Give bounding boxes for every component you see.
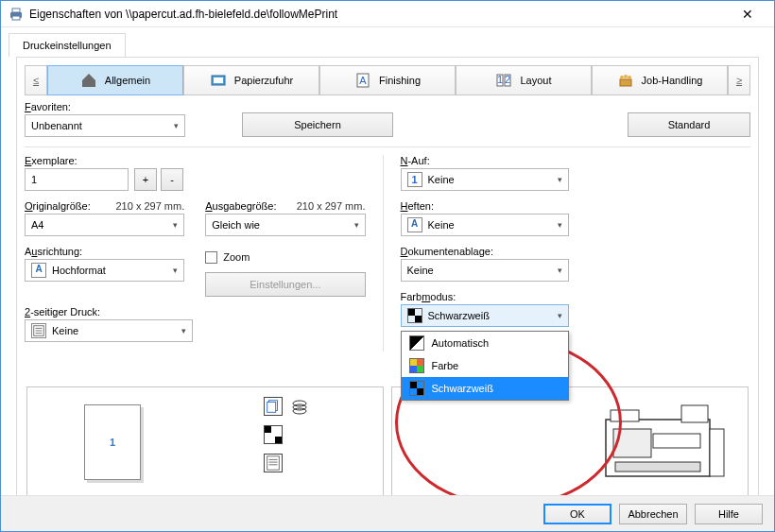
tab-allgemein[interactable]: Allgemein [47, 65, 183, 95]
svg-rect-33 [615, 462, 700, 472]
outputsize-hint: 210 x 297 mm. [297, 200, 366, 212]
tab-druckeinstellungen[interactable]: Druckeinstellungen [9, 33, 126, 57]
originalsize-hint: 210 x 297 mm. [115, 200, 184, 212]
color-icon [409, 358, 424, 373]
farbmodus-option-automatisch[interactable]: Automatisch [402, 332, 568, 354]
svg-point-13 [624, 75, 628, 78]
svg-rect-32 [653, 434, 700, 448]
preview-icon-lines [264, 454, 283, 472]
preview-icon-stack [264, 397, 283, 416]
preview-page-panel: 1 [26, 386, 384, 498]
nauf-icon: 1 [407, 172, 422, 187]
nauf-select[interactable]: 1Keine ▾ [401, 168, 569, 191]
svg-rect-30 [681, 405, 708, 422]
copies-plus-button[interactable]: + [134, 168, 157, 191]
svg-rect-34 [710, 429, 724, 476]
chevron-down-icon: ▾ [354, 220, 359, 230]
close-button[interactable]: ✕ [729, 2, 766, 26]
svg-point-12 [620, 76, 624, 79]
heften-select[interactable]: AKeine ▾ [401, 214, 569, 236]
chevron-down-icon: ▾ [558, 220, 562, 230]
chevron-down-icon: ▾ [181, 326, 186, 335]
chevron-down-icon: ▾ [558, 266, 562, 275]
duplex-label: 2-seitiger Druck: [25, 306, 193, 317]
svg-rect-24 [267, 456, 280, 470]
tab-finishing[interactable]: A Finishing [319, 65, 456, 95]
svg-rect-11 [620, 79, 631, 86]
window-title: Eigenschaften von \\papercut.ad.fh-biele… [29, 8, 729, 21]
outputsize-select[interactable]: Gleich wie▾ [205, 214, 365, 236]
preview-icon-stack2 [290, 397, 309, 416]
preview-mode-icons [264, 397, 309, 472]
svg-rect-31 [613, 429, 651, 457]
nauf-label: N-Auf: [401, 155, 569, 166]
tab-papierzufuhr[interactable]: Papierzufuhr [183, 65, 319, 95]
svg-text:2: 2 [505, 74, 510, 85]
duplex-select[interactable]: Keine ▾ [25, 319, 193, 342]
auto-color-icon [409, 335, 424, 351]
portrait-icon: A [31, 263, 46, 278]
dialog-footer: OK Abbrechen Hilfe [1, 495, 774, 531]
zoom-settings-button: Einstellungen... [205, 272, 365, 297]
titlebar: Eigenschaften von \\papercut.ad.fh-biele… [1, 1, 774, 27]
chevron-down-icon: ▾ [173, 220, 178, 230]
heften-label: Heften: [401, 200, 569, 212]
favorites-select[interactable]: Unbenannt ▾ [25, 114, 185, 137]
duplex-none-icon [31, 323, 46, 338]
svg-rect-1 [12, 9, 20, 12]
originalsize-select[interactable]: A4▾ [25, 214, 184, 236]
bw-icon [409, 381, 424, 396]
tab-label: Papierzufuhr [234, 75, 293, 86]
svg-point-23 [293, 408, 306, 414]
orientation-label: Ausrichtung: [25, 246, 184, 257]
orientation-select[interactable]: AHochformat ▾ [25, 259, 184, 282]
favorites-label: Favoriten: [25, 101, 185, 112]
bw-icon [407, 308, 422, 323]
tab-layout[interactable]: 12 Layout [456, 65, 592, 95]
tab-content: ≤ Allgemein Papierzufuhr A Finishing 12 … [16, 57, 759, 508]
nav-prev[interactable]: ≤ [25, 65, 47, 95]
preview-printer-panel [391, 386, 749, 498]
farbmodus-option-schwarzweiss[interactable]: Schwarzweiß [402, 377, 568, 400]
tray-icon [210, 72, 227, 89]
help-button[interactable]: Hilfe [695, 504, 763, 524]
dialog-window: Eigenschaften von \\papercut.ad.fh-biele… [0, 0, 775, 532]
ok-button[interactable]: OK [543, 504, 611, 524]
farbmodus-select[interactable]: Schwarzweiß ▾ [401, 304, 569, 327]
svg-rect-20 [267, 403, 276, 413]
save-favorites-button[interactable]: Speichern [242, 112, 393, 137]
preview-row: 1 [26, 386, 749, 498]
standard-button[interactable]: Standard [628, 112, 750, 137]
copies-label: Exemplare: [25, 155, 366, 166]
tab-label: Job-Handling [642, 75, 703, 86]
farbmodus-label: Farbmodus: [401, 291, 569, 302]
category-tabs: ≤ Allgemein Papierzufuhr A Finishing 12 … [25, 65, 750, 95]
tab-label: Layout [520, 75, 551, 86]
chevron-down-icon: ▾ [558, 175, 562, 184]
favorites-value: Unbenannt [31, 120, 82, 131]
tab-job-handling[interactable]: Job-Handling [592, 65, 728, 95]
svg-point-14 [628, 76, 631, 79]
layout-icon: 12 [495, 72, 512, 89]
copies-input[interactable]: 1 [25, 168, 129, 191]
farbmodus-dropdown: Automatisch Farbe Schwarzweiß [401, 331, 569, 401]
ablage-select[interactable]: Keine ▾ [401, 259, 569, 282]
svg-rect-29 [611, 410, 639, 421]
chevron-down-icon: ▾ [558, 311, 562, 320]
staple-icon: A [407, 217, 422, 232]
copies-minus-button[interactable]: - [161, 168, 183, 191]
zoom-label: Zoom [223, 251, 250, 263]
svg-rect-4 [214, 77, 223, 83]
ablage-label: Dokumentenablage: [401, 246, 569, 257]
tab-label: Finishing [379, 75, 421, 86]
outer-tabs: Druckeinstellungen ≤ Allgemein Papierzuf… [1, 27, 774, 508]
cancel-button[interactable]: Abbrechen [619, 504, 687, 524]
preview-icon-bw [264, 425, 283, 444]
finishing-icon: A [354, 72, 371, 89]
farbmodus-option-farbe[interactable]: Farbe [402, 354, 568, 377]
svg-text:1: 1 [497, 74, 503, 85]
chevron-down-icon: ▾ [174, 121, 179, 130]
nav-next[interactable]: ≥ [728, 65, 750, 95]
job-icon [617, 72, 634, 89]
zoom-checkbox[interactable] [205, 251, 217, 264]
